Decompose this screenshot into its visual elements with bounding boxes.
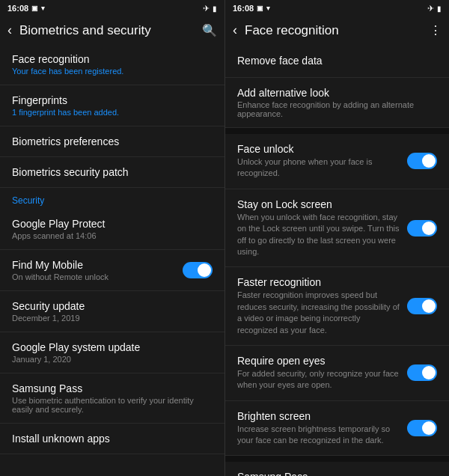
menu-icon-right[interactable]: ⋮ <box>430 23 442 37</box>
wifi-icon: ▾ <box>41 4 45 12</box>
add-look-title: Add alternative look <box>237 87 437 99</box>
faster-recognition-item: Faster recognition Faster recognition im… <box>225 267 449 346</box>
face-unlock-title: Face unlock <box>237 143 401 155</box>
brighten-screen-title: Brighten screen <box>237 410 401 422</box>
status-bar-left: 16:08 ▣ ▾ ✈ ▮ <box>0 0 224 16</box>
security-section-label: Security <box>0 188 224 209</box>
search-icon-left[interactable]: 🔍 <box>202 23 217 37</box>
samsung-pass-title-right: Samsung Pass <box>237 471 437 476</box>
left-screen: 16:08 ▣ ▾ ✈ ▮ ‹ Biometrics and security … <box>0 0 224 476</box>
status-time-right: 16:08 ▣ ▾ <box>233 4 270 13</box>
google-play-system-item[interactable]: Google Play system update January 1, 202… <box>0 332 224 373</box>
sim-icon: ▣ <box>31 4 38 12</box>
right-screen: 16:08 ▣ ▾ ✈ ▮ ‹ Face recognition ⋮ Remov… <box>224 0 449 476</box>
page-title-left: Biometrics and security <box>19 23 202 38</box>
google-play-protect-subtitle: Apps scanned at 14:06 <box>12 231 213 240</box>
add-look-item[interactable]: Add alternative look Enhance face recogn… <box>225 78 449 128</box>
require-eyes-item: Require open eyes For added security, on… <box>225 346 449 401</box>
brighten-screen-toggle[interactable] <box>407 420 437 436</box>
right-content: Remove face data Add alternative look En… <box>225 44 449 476</box>
fingerprints-item[interactable]: Fingerprints 1 fingerprint has been adde… <box>0 85 224 126</box>
face-recognition-title: Face recognition <box>12 53 213 65</box>
back-button-right[interactable]: ‹ <box>233 22 237 38</box>
remove-face-title: Remove face data <box>237 55 437 67</box>
faster-recognition-toggle[interactable] <box>407 298 437 314</box>
status-icons-right-right: ✈ ▮ <box>427 4 442 13</box>
find-my-mobile-subtitle: On without Remote unlock <box>12 272 183 281</box>
samsung-pass-subtitle-left: Use biometric authentication to verify y… <box>12 396 213 414</box>
security-update-item[interactable]: Security update December 1, 2019 <box>0 291 224 332</box>
stay-lock-toggle[interactable] <box>407 220 437 237</box>
security-update-subtitle: December 1, 2019 <box>12 314 213 323</box>
security-update-title: Security update <box>12 300 213 312</box>
divider-2 <box>225 456 449 462</box>
require-eyes-title: Require open eyes <box>237 355 401 367</box>
find-my-mobile-title: Find My Mobile <box>12 259 183 271</box>
airplane-icon-right: ✈ <box>427 4 434 13</box>
biometrics-preferences-item[interactable]: Biometrics preferences <box>0 126 224 157</box>
status-time-left: 16:08 ▣ ▾ <box>7 4 45 13</box>
face-unlock-item: Face unlock Unlock your phone when your … <box>225 134 449 189</box>
battery-icon-right: ▮ <box>437 4 442 13</box>
top-bar-right: ‹ Face recognition ⋮ <box>225 16 449 44</box>
add-look-desc: Enhance face recognition by adding an al… <box>237 100 437 118</box>
brighten-screen-desc: Increase screen brightness temporarily s… <box>237 424 401 447</box>
google-play-system-subtitle: January 1, 2020 <box>12 355 213 364</box>
status-bar-right: 16:08 ▣ ▾ ✈ ▮ <box>225 0 449 16</box>
samsung-pass-title-left: Samsung Pass <box>12 382 213 394</box>
faster-recognition-title: Faster recognition <box>237 276 401 288</box>
status-icons-right-left: ✈ ▮ <box>203 4 217 13</box>
samsung-pass-item-left[interactable]: Samsung Pass Use biometric authenticatio… <box>0 373 224 424</box>
left-content: Face recognition Your face has been regi… <box>0 44 224 476</box>
stay-lock-title: Stay on Lock screen <box>237 198 401 210</box>
divider-1 <box>225 128 449 134</box>
fingerprints-title: Fingerprints <box>12 94 213 106</box>
back-button-left[interactable]: ‹ <box>7 22 12 38</box>
google-play-protect-title: Google Play Protect <box>12 218 213 230</box>
airplane-icon-left: ✈ <box>203 4 210 13</box>
wifi-icon-right: ▾ <box>266 4 270 12</box>
battery-icon-left: ▮ <box>213 4 217 13</box>
biometrics-patch-title: Biometrics security patch <box>12 166 213 178</box>
samsung-pass-item-right[interactable]: Samsung Pass Use face recognition to ver… <box>225 462 449 476</box>
page-title-right: Face recognition <box>245 23 430 38</box>
install-unknown-title: Install unknown apps <box>12 433 213 445</box>
biometrics-preferences-title: Biometrics preferences <box>12 135 213 147</box>
face-recognition-subtitle: Your face has been registered. <box>12 67 213 76</box>
face-unlock-toggle[interactable] <box>407 153 437 169</box>
google-play-protect-item[interactable]: Google Play Protect Apps scanned at 14:0… <box>0 209 224 250</box>
require-eyes-toggle[interactable] <box>407 364 437 381</box>
require-eyes-desc: For added security, only recognize your … <box>237 368 401 391</box>
face-recognition-item[interactable]: Face recognition Your face has been regi… <box>0 44 224 85</box>
time-left: 16:08 <box>7 4 28 13</box>
biometrics-patch-item[interactable]: Biometrics security patch <box>0 157 224 188</box>
fingerprints-subtitle: 1 fingerprint has been added. <box>12 108 213 117</box>
brighten-screen-item: Brighten screen Increase screen brightne… <box>225 401 449 457</box>
top-bar-left: ‹ Biometrics and security 🔍 <box>0 16 224 44</box>
find-my-mobile-item[interactable]: Find My Mobile On without Remote unlock <box>0 250 224 291</box>
sim-icon-right: ▣ <box>257 4 263 12</box>
time-right: 16:08 <box>233 4 254 13</box>
install-unknown-item[interactable]: Install unknown apps <box>0 424 224 454</box>
google-play-system-title: Google Play system update <box>12 341 213 353</box>
remove-face-item[interactable]: Remove face data <box>225 44 449 78</box>
face-unlock-desc: Unlock your phone when your face is reco… <box>237 156 401 180</box>
stay-lock-item: Stay on Lock screen When you unlock with… <box>225 189 449 268</box>
stay-lock-desc: When you unlock with face recognition, s… <box>237 212 401 258</box>
find-my-mobile-toggle[interactable] <box>183 262 213 278</box>
faster-recognition-desc: Faster recognition improves speed but re… <box>237 290 401 336</box>
